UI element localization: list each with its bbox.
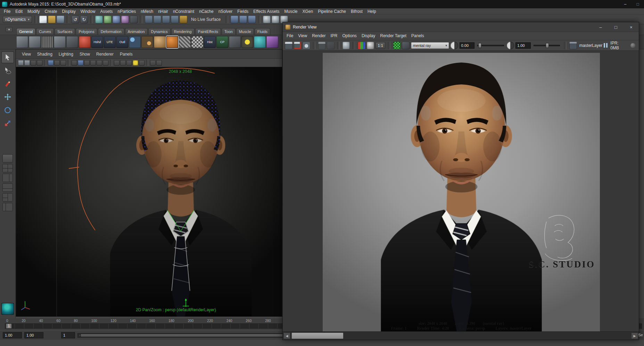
menu-bifrost[interactable]: Bifrost [348,8,365,15]
menu-nconstraint[interactable]: nConstraint [171,8,197,15]
rv-menu-display[interactable]: Display [359,33,378,39]
image-plane-icon[interactable] [37,60,42,66]
shelf-item-icon[interactable] [79,36,91,48]
minimize-button[interactable]: – [619,0,631,8]
current-frame-marker[interactable]: 1 [6,324,11,328]
render-view-canvas-area[interactable]: S.C. STUDIO size: 2048 x 2048 zoom: 0.39… [283,51,639,331]
refresh-ipr-icon[interactable] [327,42,335,49]
menu-xgen[interactable]: XGen [300,8,316,15]
shelf-item-outliner[interactable]: Outl [116,36,128,48]
gamma-slider[interactable] [534,45,560,46]
menu-file[interactable]: File [1,8,13,15]
animation-start-field[interactable]: 1.00 [3,332,22,338]
range-start-handle[interactable] [79,334,81,337]
menu-assets[interactable]: Assets [98,8,115,15]
menu-fields[interactable]: Fields [235,8,251,15]
shelf-item-hypershade[interactable]: Hshd [91,36,103,48]
rv-menu-panels[interactable]: Panels [409,33,427,39]
shelf-item-icon[interactable] [66,36,78,48]
select-tool-button[interactable] [1,51,14,63]
current-character-field[interactable]: 1 [61,332,75,338]
shelf-tab-polygons[interactable]: Polygons [76,28,97,35]
group-collapser[interactable] [258,16,261,23]
group-collapser[interactable] [90,16,93,23]
menu-nhair[interactable]: nHair [156,8,171,15]
menu-ncache[interactable]: nCache [197,8,216,15]
exposure-slider[interactable] [477,45,504,46]
make-live-icon[interactable] [180,16,187,23]
shelf-item-icon[interactable] [254,36,266,48]
shelf-item-icon-selected[interactable] [166,36,178,48]
smooth-shade-icon[interactable] [120,60,126,66]
group-collapser[interactable] [67,16,69,23]
rv-menu-file[interactable]: File [284,33,296,39]
shelf-tab-deformation[interactable]: Deformation [98,28,124,35]
output-connections-icon[interactable] [248,16,256,23]
select-camera-icon[interactable] [18,60,24,66]
panel-menu-panels[interactable]: Panels [117,52,136,57]
menu-nmesh[interactable]: nMesh [138,8,156,15]
rv-menu-render-target[interactable]: Render Target [378,33,409,39]
snap-to-curve-icon[interactable] [154,16,161,23]
exposure-icon[interactable] [451,42,458,49]
shelf-item-icon[interactable] [229,36,241,48]
field-chart-icon[interactable] [90,60,96,66]
render-view-hscrollbar[interactable]: ◀ ▶ [283,331,639,340]
shelf-item-icon[interactable] [16,36,28,48]
grid-icon[interactable] [60,60,66,66]
redo-icon[interactable]: ↻ [80,16,88,23]
save-scene-icon[interactable] [57,16,64,23]
render-layer-icon[interactable] [569,42,577,49]
shelf-item-icon[interactable] [54,36,66,48]
undo-icon[interactable]: ↺ [72,16,79,23]
shelf-tab-muscle[interactable]: Muscle [236,28,254,35]
shelf-item-ute[interactable]: UTE [104,36,116,48]
render-view-titlebar[interactable]: Render View – □ × [283,22,639,32]
menu-create[interactable]: Create [42,8,59,15]
rv-close-button[interactable]: × [624,22,639,32]
scroll-right-icon[interactable]: ▶ [631,332,638,339]
menu-help[interactable]: Help [365,8,379,15]
scrollbar-thumb[interactable] [291,332,344,339]
menu-nparticles[interactable]: nParticles [115,8,138,15]
menu-set-selector[interactable]: nDynamics ▾ [3,16,32,23]
gate-mask-icon[interactable] [84,60,90,66]
scroll-left-icon[interactable]: ◀ [283,332,290,339]
panel-menu-show[interactable]: Show [76,52,93,57]
maximize-button[interactable]: □ [631,0,644,8]
lasso-tool-button[interactable] [1,65,14,76]
rotate-tool-button[interactable] [1,104,14,116]
snap-to-plane-icon[interactable] [171,16,179,23]
shelf-tab-rendering[interactable]: Rendering [171,28,195,35]
panel-menu-shading[interactable]: Shading [34,52,56,57]
scale-tool-button[interactable] [1,117,14,129]
menu-pipeline-cache[interactable]: Pipeline Cache [315,8,348,15]
rv-maximize-button[interactable]: □ [608,22,624,32]
paint-select-tool-button[interactable] [1,78,14,90]
group-collapser[interactable] [34,16,37,23]
layout-single-button[interactable] [2,154,13,163]
render-region-icon[interactable] [294,42,302,49]
menu-display[interactable]: Display [59,8,78,15]
rv-menu-options[interactable]: Options [340,33,359,39]
shelf-item-icon[interactable] [266,36,278,48]
maya-sphere-thumbnail[interactable] [1,303,14,315]
menu-nsolver[interactable]: nSolver [216,8,235,15]
shelf-item-icon[interactable] [129,36,141,48]
pause-ipr-icon[interactable] [604,43,608,48]
exposure-field[interactable]: 0.00 [460,42,474,49]
new-scene-icon[interactable] [39,16,47,23]
resolution-gate-icon[interactable] [78,60,83,66]
open-scene-icon[interactable] [48,16,56,23]
shelf-item-icon[interactable] [241,36,253,48]
shadows-icon[interactable] [139,60,145,66]
gamma-field[interactable]: 1.00 [515,42,530,49]
menu-effects-assets[interactable]: Effects Assets [251,8,282,15]
shelf-tab-fluids[interactable]: Fluids [255,28,270,35]
display-rgb-channels-icon[interactable] [358,42,365,49]
panel-menu-renderer[interactable]: Renderer [93,52,117,57]
move-tool-button[interactable] [1,91,14,103]
snap-to-point-icon[interactable] [162,16,170,23]
layout-two-side-button[interactable] [2,174,13,182]
isolate-select-icon[interactable] [156,60,162,66]
